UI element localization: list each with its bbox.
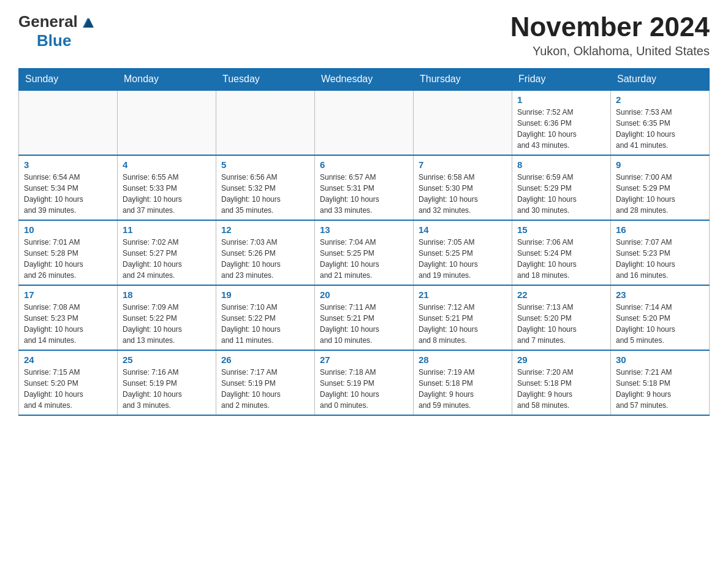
day-info: Sunrise: 7:53 AM Sunset: 6:35 PM Dayligh… [616, 107, 704, 151]
day-number: 5 [221, 159, 309, 170]
calendar-body: 1Sunrise: 7:52 AM Sunset: 6:36 PM Daylig… [19, 90, 710, 415]
calendar-header: Sunday Monday Tuesday Wednesday Thursday… [19, 69, 710, 91]
day-number: 27 [320, 354, 408, 365]
logo-blue-text: Blue [37, 31, 71, 50]
day-number: 25 [123, 354, 211, 365]
day-info: Sunrise: 7:19 AM Sunset: 5:18 PM Dayligh… [419, 367, 507, 411]
calendar-cell: 18Sunrise: 7:09 AM Sunset: 5:22 PM Dayli… [118, 285, 216, 350]
logo-general-text: General [18, 12, 78, 31]
day-info: Sunrise: 7:07 AM Sunset: 5:23 PM Dayligh… [616, 237, 704, 281]
calendar-cell: 3Sunrise: 6:54 AM Sunset: 5:34 PM Daylig… [19, 155, 118, 220]
page-title: November 2024 [510, 12, 710, 42]
calendar-cell: 22Sunrise: 7:13 AM Sunset: 5:20 PM Dayli… [512, 285, 611, 350]
calendar-cell: 26Sunrise: 7:17 AM Sunset: 5:19 PM Dayli… [216, 350, 315, 415]
day-number: 7 [419, 159, 507, 170]
calendar-cell: 23Sunrise: 7:14 AM Sunset: 5:20 PM Dayli… [611, 285, 710, 350]
header-tuesday: Tuesday [216, 69, 315, 91]
day-info: Sunrise: 7:13 AM Sunset: 5:20 PM Dayligh… [517, 302, 605, 346]
day-number: 30 [616, 354, 704, 365]
day-info: Sunrise: 7:11 AM Sunset: 5:21 PM Dayligh… [320, 302, 408, 346]
day-number: 28 [419, 354, 507, 365]
calendar-cell: 5Sunrise: 6:56 AM Sunset: 5:32 PM Daylig… [216, 155, 315, 220]
day-info: Sunrise: 7:06 AM Sunset: 5:24 PM Dayligh… [517, 237, 605, 281]
day-number: 16 [616, 224, 704, 235]
calendar-cell: 29Sunrise: 7:20 AM Sunset: 5:18 PM Dayli… [512, 350, 611, 415]
calendar-cell: 9Sunrise: 7:00 AM Sunset: 5:29 PM Daylig… [611, 155, 710, 220]
day-info: Sunrise: 6:54 AM Sunset: 5:34 PM Dayligh… [24, 172, 112, 216]
calendar-cell: 1Sunrise: 7:52 AM Sunset: 6:36 PM Daylig… [512, 90, 611, 155]
day-number: 11 [123, 224, 211, 235]
header-sunday: Sunday [19, 69, 118, 91]
logo-icon [79, 14, 96, 30]
day-info: Sunrise: 7:01 AM Sunset: 5:28 PM Dayligh… [24, 237, 112, 281]
calendar-cell: 6Sunrise: 6:57 AM Sunset: 5:31 PM Daylig… [315, 155, 414, 220]
calendar-cell: 7Sunrise: 6:58 AM Sunset: 5:30 PM Daylig… [414, 155, 512, 220]
calendar-week-3: 10Sunrise: 7:01 AM Sunset: 5:28 PM Dayli… [19, 220, 710, 285]
day-number: 21 [419, 289, 507, 300]
day-number: 9 [616, 159, 704, 170]
calendar-cell [414, 90, 512, 155]
day-number: 13 [320, 224, 408, 235]
day-info: Sunrise: 6:56 AM Sunset: 5:32 PM Dayligh… [221, 172, 309, 216]
day-number: 14 [419, 224, 507, 235]
page-subtitle: Yukon, Oklahoma, United States [510, 44, 710, 58]
calendar-cell: 20Sunrise: 7:11 AM Sunset: 5:21 PM Dayli… [315, 285, 414, 350]
day-number: 23 [616, 289, 704, 300]
calendar-cell [216, 90, 315, 155]
calendar-cell: 13Sunrise: 7:04 AM Sunset: 5:25 PM Dayli… [315, 220, 414, 285]
day-info: Sunrise: 7:17 AM Sunset: 5:19 PM Dayligh… [221, 367, 309, 411]
calendar-week-1: 1Sunrise: 7:52 AM Sunset: 6:36 PM Daylig… [19, 90, 710, 155]
day-number: 22 [517, 289, 605, 300]
day-number: 24 [24, 354, 112, 365]
calendar-cell: 10Sunrise: 7:01 AM Sunset: 5:28 PM Dayli… [19, 220, 118, 285]
header-friday: Friday [512, 69, 611, 91]
day-info: Sunrise: 7:12 AM Sunset: 5:21 PM Dayligh… [419, 302, 507, 346]
header-row: Sunday Monday Tuesday Wednesday Thursday… [19, 69, 710, 91]
calendar-cell: 27Sunrise: 7:18 AM Sunset: 5:19 PM Dayli… [315, 350, 414, 415]
header-saturday: Saturday [611, 69, 710, 91]
header-monday: Monday [118, 69, 216, 91]
day-number: 17 [24, 289, 112, 300]
calendar-cell: 21Sunrise: 7:12 AM Sunset: 5:21 PM Dayli… [414, 285, 512, 350]
day-number: 20 [320, 289, 408, 300]
day-info: Sunrise: 7:15 AM Sunset: 5:20 PM Dayligh… [24, 367, 112, 411]
day-info: Sunrise: 7:21 AM Sunset: 5:18 PM Dayligh… [616, 367, 704, 411]
day-info: Sunrise: 7:02 AM Sunset: 5:27 PM Dayligh… [123, 237, 211, 281]
calendar-week-4: 17Sunrise: 7:08 AM Sunset: 5:23 PM Dayli… [19, 285, 710, 350]
calendar-week-2: 3Sunrise: 6:54 AM Sunset: 5:34 PM Daylig… [19, 155, 710, 220]
day-number: 10 [24, 224, 112, 235]
calendar-cell: 16Sunrise: 7:07 AM Sunset: 5:23 PM Dayli… [611, 220, 710, 285]
day-info: Sunrise: 6:55 AM Sunset: 5:33 PM Dayligh… [123, 172, 211, 216]
day-info: Sunrise: 7:52 AM Sunset: 6:36 PM Dayligh… [517, 107, 605, 151]
calendar-cell [118, 90, 216, 155]
day-info: Sunrise: 7:09 AM Sunset: 5:22 PM Dayligh… [123, 302, 211, 346]
page-header: General Blue November 2024 Yukon, Oklaho… [18, 12, 710, 58]
day-info: Sunrise: 7:04 AM Sunset: 5:25 PM Dayligh… [320, 237, 408, 281]
calendar-cell: 12Sunrise: 7:03 AM Sunset: 5:26 PM Dayli… [216, 220, 315, 285]
day-number: 29 [517, 354, 605, 365]
logo: General Blue [18, 12, 96, 50]
day-number: 18 [123, 289, 211, 300]
day-info: Sunrise: 6:59 AM Sunset: 5:29 PM Dayligh… [517, 172, 605, 216]
day-number: 8 [517, 159, 605, 170]
day-info: Sunrise: 6:58 AM Sunset: 5:30 PM Dayligh… [419, 172, 507, 216]
day-info: Sunrise: 7:08 AM Sunset: 5:23 PM Dayligh… [24, 302, 112, 346]
calendar-table: Sunday Monday Tuesday Wednesday Thursday… [18, 68, 710, 416]
calendar-cell: 14Sunrise: 7:05 AM Sunset: 5:25 PM Dayli… [414, 220, 512, 285]
calendar-cell: 2Sunrise: 7:53 AM Sunset: 6:35 PM Daylig… [611, 90, 710, 155]
calendar-cell: 15Sunrise: 7:06 AM Sunset: 5:24 PM Dayli… [512, 220, 611, 285]
calendar-cell: 24Sunrise: 7:15 AM Sunset: 5:20 PM Dayli… [19, 350, 118, 415]
calendar-cell: 28Sunrise: 7:19 AM Sunset: 5:18 PM Dayli… [414, 350, 512, 415]
calendar-cell: 30Sunrise: 7:21 AM Sunset: 5:18 PM Dayli… [611, 350, 710, 415]
day-number: 4 [123, 159, 211, 170]
day-number: 3 [24, 159, 112, 170]
day-number: 1 [517, 94, 605, 105]
calendar-cell [19, 90, 118, 155]
day-number: 12 [221, 224, 309, 235]
calendar-cell: 4Sunrise: 6:55 AM Sunset: 5:33 PM Daylig… [118, 155, 216, 220]
header-wednesday: Wednesday [315, 69, 414, 91]
day-info: Sunrise: 7:18 AM Sunset: 5:19 PM Dayligh… [320, 367, 408, 411]
day-info: Sunrise: 7:14 AM Sunset: 5:20 PM Dayligh… [616, 302, 704, 346]
day-info: Sunrise: 7:05 AM Sunset: 5:25 PM Dayligh… [419, 237, 507, 281]
day-info: Sunrise: 7:00 AM Sunset: 5:29 PM Dayligh… [616, 172, 704, 216]
